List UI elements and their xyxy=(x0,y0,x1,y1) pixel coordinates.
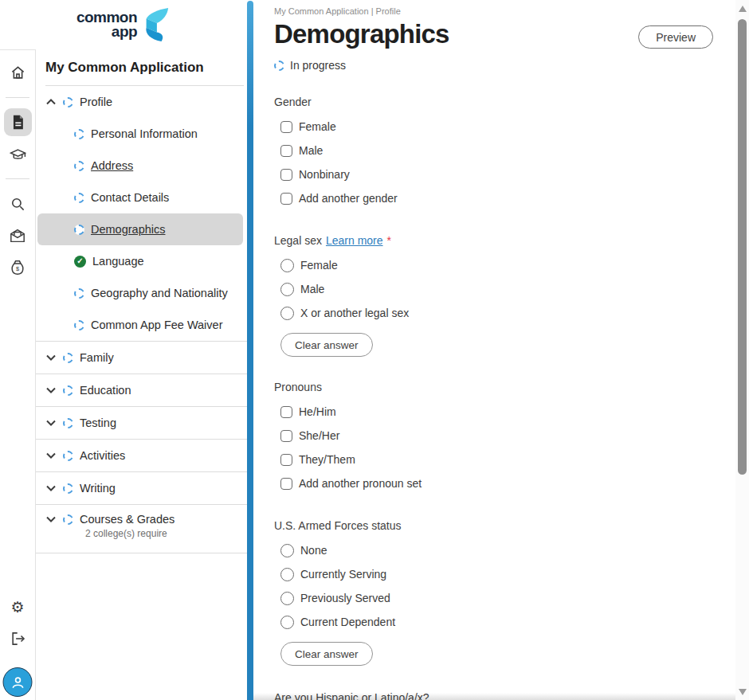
checkbox-icon[interactable] xyxy=(280,478,292,490)
radio-icon[interactable] xyxy=(280,616,294,629)
in-progress-icon xyxy=(63,483,73,494)
radio-option-previously-served[interactable]: Previously Served xyxy=(274,586,735,610)
vertical-scrollbar[interactable] xyxy=(735,0,749,700)
nav-section-label: Family xyxy=(80,351,114,364)
nav-section-education[interactable]: Education xyxy=(36,373,247,406)
nav-section-writing[interactable]: Writing xyxy=(36,471,247,504)
checkbox-option-she-her[interactable]: She/Her xyxy=(274,424,735,448)
checkbox-option-add-another-gender[interactable]: Add another gender xyxy=(274,186,735,210)
nav-section-courses-and-grades[interactable]: Courses & Grades 2 college(s) require xyxy=(36,504,247,553)
scroll-up-arrow-icon[interactable] xyxy=(739,6,747,12)
nav-section-activities[interactable]: Activities xyxy=(36,439,247,471)
panel-divider-bar[interactable] xyxy=(247,1,253,700)
logo-ribbon-icon xyxy=(140,7,171,42)
nav-item-label: Demographics xyxy=(91,223,166,236)
checkbox-option-female[interactable]: Female xyxy=(274,115,735,139)
breadcrumb: My Common Application | Profile xyxy=(274,6,735,16)
learn-more-link[interactable]: Learn more xyxy=(326,234,383,247)
radio-option-none[interactable]: None xyxy=(274,538,735,562)
chevron-down-icon xyxy=(45,385,57,396)
group-label: U.S. Armed Forces status xyxy=(274,519,735,532)
in-progress-icon xyxy=(74,161,84,171)
common-app-logo[interactable]: common app xyxy=(0,0,247,49)
rail-divider xyxy=(6,97,29,98)
in-progress-icon xyxy=(63,418,73,428)
scrollbar-thumb[interactable] xyxy=(738,19,747,475)
inbox-icon[interactable] xyxy=(9,227,26,244)
nav-item-demographics[interactable]: Demographics xyxy=(37,213,243,245)
nav-section-label: Testing xyxy=(80,416,116,429)
in-progress-icon xyxy=(63,451,73,461)
status-label: In progress xyxy=(290,59,346,72)
chevron-up-icon xyxy=(45,96,57,108)
gear-icon[interactable]: ⚙ xyxy=(9,598,26,616)
common-app-window: common app xyxy=(0,0,749,700)
radio-icon[interactable] xyxy=(280,544,294,557)
document-icon[interactable] xyxy=(9,113,26,131)
group-legal-sex: Legal sex Learn more* Female Male X or a… xyxy=(274,234,735,357)
radio-icon[interactable] xyxy=(280,592,294,605)
nav-section-note: 2 college(s) require xyxy=(85,528,167,539)
nav-item-personal-information[interactable]: Personal Information xyxy=(36,118,247,150)
in-progress-icon xyxy=(74,193,84,203)
nav-section-profile[interactable]: Profile xyxy=(36,86,247,118)
home-icon[interactable] xyxy=(9,64,26,81)
group-label: Pronouns xyxy=(274,381,735,393)
checkbox-icon[interactable] xyxy=(280,169,292,181)
nav-section-label: Courses & Grades xyxy=(80,513,175,526)
nav-section-label: Profile xyxy=(80,96,112,108)
clear-answer-button[interactable]: Clear answer xyxy=(280,642,373,666)
checkbox-option-add-another-pronoun-set[interactable]: Add another pronoun set xyxy=(274,471,735,495)
sign-out-icon[interactable] xyxy=(9,630,26,647)
nav-section-family[interactable]: Family xyxy=(36,341,247,373)
clear-answer-button[interactable]: Clear answer xyxy=(280,333,373,357)
checkbox-icon[interactable] xyxy=(280,454,292,466)
checkbox-icon[interactable] xyxy=(280,193,292,205)
search-icon[interactable] xyxy=(9,195,26,213)
nav-item-contact-details[interactable]: Contact Details xyxy=(36,182,247,213)
radio-option-currently-serving[interactable]: Currently Serving xyxy=(274,562,735,586)
checkbox-icon[interactable] xyxy=(280,121,292,133)
in-progress-icon xyxy=(63,97,73,108)
nav-item-address[interactable]: Address xyxy=(36,150,247,182)
nav-item-language[interactable]: ✓ Language xyxy=(36,245,247,277)
group-hispanic-latino: Are you Hispanic or Latino/a/x? xyxy=(274,691,735,700)
chevron-down-icon xyxy=(45,514,57,525)
radio-option-current-dependent[interactable]: Current Dependent xyxy=(274,610,735,634)
nav-section-label: Activities xyxy=(80,449,125,462)
checkbox-option-they-them[interactable]: They/Them xyxy=(274,448,735,471)
radio-icon[interactable] xyxy=(280,283,294,296)
nav-item-label: Contact Details xyxy=(91,191,169,204)
money-bag-icon[interactable]: $ xyxy=(9,259,26,276)
user-avatar-icon[interactable] xyxy=(3,667,33,697)
nav-item-label: Geography and Nationality xyxy=(91,287,228,299)
group-label: Legal sex Learn more* xyxy=(274,234,735,247)
left-panel: common app xyxy=(0,0,247,700)
radio-icon[interactable] xyxy=(280,307,294,320)
in-progress-icon xyxy=(74,320,84,330)
checkbox-option-male[interactable]: Male xyxy=(274,139,735,162)
radio-icon[interactable] xyxy=(280,568,294,581)
checkbox-icon[interactable] xyxy=(280,430,292,442)
in-progress-icon xyxy=(74,288,84,299)
radio-option-x-or-another-legal-sex[interactable]: X or another legal sex xyxy=(274,301,735,325)
checkbox-icon[interactable] xyxy=(280,406,292,418)
radio-option-male[interactable]: Male xyxy=(274,277,735,301)
checkbox-icon[interactable] xyxy=(280,145,292,157)
nav-item-label: Common App Fee Waiver xyxy=(91,319,222,331)
application-nav: My Common Application Profile Personal I… xyxy=(36,49,247,700)
radio-icon[interactable] xyxy=(280,259,294,272)
nav-title: My Common Application xyxy=(36,49,247,85)
check-circle-icon: ✓ xyxy=(74,256,86,268)
nav-item-label: Language xyxy=(92,255,144,268)
graduation-cap-icon[interactable] xyxy=(9,146,26,163)
checkbox-option-nonbinary[interactable]: Nonbinary xyxy=(274,162,735,186)
checkbox-option-he-him[interactable]: He/Him xyxy=(274,400,735,424)
nav-item-common-app-fee-waiver[interactable]: Common App Fee Waiver xyxy=(36,309,247,341)
scroll-down-arrow-icon[interactable] xyxy=(739,689,747,695)
nav-item-geography-and-nationality[interactable]: Geography and Nationality xyxy=(36,277,247,309)
preview-button[interactable]: Preview xyxy=(638,25,713,49)
radio-option-female[interactable]: Female xyxy=(274,253,735,277)
page-status: In progress xyxy=(274,59,735,72)
nav-section-testing[interactable]: Testing xyxy=(36,406,247,439)
